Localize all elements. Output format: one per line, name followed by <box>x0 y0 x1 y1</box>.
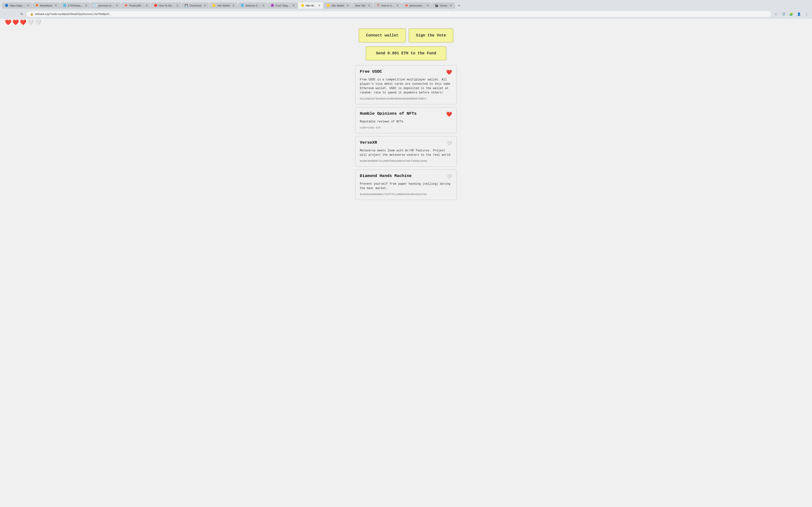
tab-label: New Tab <box>355 4 365 7</box>
tab-favicon: 🦊 <box>35 4 39 7</box>
tab-close-icon[interactable]: ✕ <box>116 4 118 7</box>
tab-label: ETHGloba... <box>68 4 83 7</box>
tab-label: https://app... <box>10 4 24 7</box>
new-tab-button[interactable]: + <box>455 2 462 9</box>
card-heart-button[interactable]: ❤️ <box>446 69 452 75</box>
tab-close-icon[interactable]: ✕ <box>85 4 88 7</box>
card-header: VerseXR 🤍 <box>360 140 452 146</box>
tab-close-icon[interactable]: ✕ <box>232 4 235 7</box>
tab-close-icon[interactable]: ✕ <box>450 4 452 7</box>
send-eth-button[interactable]: Send 0.001 ETH to the Fund <box>366 46 446 60</box>
forward-button[interactable]: → <box>10 11 17 17</box>
tab-close-icon[interactable]: ✕ <box>292 4 295 7</box>
tab-ethglobal[interactable]: 🌐 ETHGloba... ✕ <box>60 2 90 9</box>
card-title: Humble Opinions of NFTs <box>360 111 417 116</box>
tab-how-to[interactable]: 🔴 How To Re... ✕ <box>151 2 182 9</box>
heart-3[interactable]: ❤️ <box>20 19 27 25</box>
card-description: Free USDC is a competitive multiplayer w… <box>360 77 452 95</box>
tab-favicon: 🟣 <box>271 4 274 7</box>
card-diamond-hands: Diamond Hands Machine 🤍 Prevent yourself… <box>355 169 457 200</box>
tab-favicon: 🐙 <box>124 4 128 7</box>
tab-label: Hito W... <box>306 4 316 7</box>
url-text: ethhack.org/?code=eyJkIjoiZXRoaGFjay5vcm… <box>35 12 767 15</box>
tab-close-icon[interactable]: ✕ <box>318 4 320 7</box>
tab-label: How To Re... <box>159 4 174 7</box>
card-header: Humble Opinions of NFTs ❤️ <box>360 111 452 117</box>
browser-actions: ☆ 🛡️ 🧩 👤 ⋮ <box>772 11 810 17</box>
connect-wallet-button[interactable]: Connect wallet <box>359 29 406 43</box>
main-container: Connect wallet Sign the Vote Send 0.001 … <box>355 29 457 203</box>
heart-5[interactable]: 🤍 <box>35 19 41 25</box>
address-bar-row: ← → ↻ 🔒 ethhack.org/?code=eyJkIjoiZXRoaG… <box>0 9 812 19</box>
tab-close-icon[interactable]: ✕ <box>176 4 179 7</box>
tab-favicon: ❓ <box>376 4 379 7</box>
tab-download[interactable]: 💾 Download ✕ <box>182 2 209 9</box>
tab-bar: 🔵 https://app... ✕ 🦊 MetaMask ✕ 🌐 ETHGlo… <box>0 0 812 9</box>
page-content: Connect wallet Sign the Vote Send 0.001 … <box>0 19 812 507</box>
tab-favicon: 🌐 <box>241 4 244 7</box>
card-description: Reputable reviews of NFTs <box>360 119 452 124</box>
tab-hito2[interactable]: 🟡 Hito Wallet ✕ <box>323 2 352 9</box>
tab-how-to-create[interactable]: ❓ how to cr... ✕ <box>373 2 402 9</box>
tab-close-icon[interactable]: ✕ <box>27 4 29 7</box>
heart-1[interactable]: ❤️ <box>5 19 11 25</box>
card-heart-button[interactable]: ❤️ <box>446 111 452 117</box>
tab-label: genosse/e... <box>410 4 424 7</box>
card-address: 0xd9C8e08067311598f50ec0d0c0750cf39A0c20… <box>360 160 452 163</box>
heart-4[interactable]: 🤍 <box>27 19 34 25</box>
tab-new[interactable]: New Tab ✕ <box>352 2 373 9</box>
profile-button[interactable]: 👤 <box>796 11 802 17</box>
tab-feat[interactable]: 🐙 Feat/notifi... ✕ <box>121 2 151 9</box>
browser-chrome: 🔵 https://app... ✕ 🦊 MetaMask ✕ 🌐 ETHGlo… <box>0 0 812 19</box>
tab-close-icon[interactable]: ✕ <box>396 4 399 7</box>
tab-favicon: 🔵 <box>5 4 8 7</box>
tab-label: MetaMask <box>40 4 52 7</box>
tab-label: Address 0... <box>246 4 260 7</box>
send-eth-row: Send 0.001 ETH to the Fund <box>355 46 457 60</box>
card-description: Metaverse meets Zoom with Ar/VR features… <box>360 149 452 157</box>
tab-label: Vimeo <box>440 4 447 7</box>
sign-vote-button[interactable]: Sign the Vote <box>409 29 453 43</box>
tab-close-icon[interactable]: ✕ <box>262 4 265 7</box>
card-title: Free USDC <box>360 69 382 74</box>
shield-button[interactable]: 🛡️ <box>780 11 787 17</box>
tab-genosse[interactable]: 📧 genosse in... ✕ <box>91 2 121 9</box>
tab-address[interactable]: 🌐 Address 0... ✕ <box>238 2 267 9</box>
tab-favicon: 💾 <box>185 4 188 7</box>
tab-close-icon[interactable]: ✕ <box>146 4 148 7</box>
tab-label: Feat/notifi... <box>129 4 143 7</box>
tab-favicon: 🐙 <box>405 4 408 7</box>
card-free-usdc: Free USDC ❤️ Free USDC is a competitive … <box>355 65 457 104</box>
tab-vimeo[interactable]: 🎬 Vimeo ✕ <box>432 2 455 9</box>
tab-hito-active[interactable]: 🟡 Hito W... ✕ <box>298 2 323 9</box>
tab-close-icon[interactable]: ✕ <box>368 4 370 7</box>
bookmark-button[interactable]: ☆ <box>772 11 779 17</box>
tab-label: Hito Wallet <box>217 4 230 7</box>
tab-hito1[interactable]: 🟡 Hito Wallet ✕ <box>209 2 238 9</box>
tab-favicon: 🌐 <box>63 4 66 7</box>
card-heart-button[interactable]: 🤍 <box>446 140 452 146</box>
tab-close-icon[interactable]: ✕ <box>426 4 429 7</box>
card-address: 0x1cD8d1d79AA869c5e9EA80964ab883EB56785B… <box>360 97 452 100</box>
tab-close-icon[interactable]: ✕ <box>55 4 57 7</box>
address-bar[interactable]: 🔒 ethhack.org/?code=eyJkIjoiZXRoaGFjay5v… <box>27 11 771 17</box>
tab-favicon: 📧 <box>94 4 97 7</box>
tab-app[interactable]: 🔵 https://app... ✕ <box>2 2 32 9</box>
tab-push[interactable]: 🟣 Push Stag... ✕ <box>268 2 298 9</box>
extensions-button[interactable]: 🧩 <box>788 11 795 17</box>
heart-2[interactable]: ❤️ <box>12 19 19 25</box>
refresh-button[interactable]: ↻ <box>18 11 25 17</box>
menu-button[interactable]: ⋮ <box>803 11 810 17</box>
tab-close-icon[interactable]: ✕ <box>204 4 206 7</box>
card-description: Prevent yourself from paper handing (sel… <box>360 182 452 190</box>
tab-label: Push Stag... <box>275 4 290 7</box>
card-heart-button[interactable]: 🤍 <box>446 174 452 179</box>
lock-icon: 🔒 <box>30 12 34 16</box>
tab-genosse-e[interactable]: 🐙 genosse/e... ✕ <box>402 2 432 9</box>
tab-close-icon[interactable]: ✕ <box>347 4 349 7</box>
card-humble-opinions: Humble Opinions of NFTs ❤️ Reputable rev… <box>355 107 457 133</box>
card-header: Free USDC ❤️ <box>360 69 452 75</box>
tab-label: genosse in... <box>98 4 113 7</box>
tab-metamask[interactable]: 🦊 MetaMask ✕ <box>33 2 60 9</box>
back-button[interactable]: ← <box>2 11 9 17</box>
